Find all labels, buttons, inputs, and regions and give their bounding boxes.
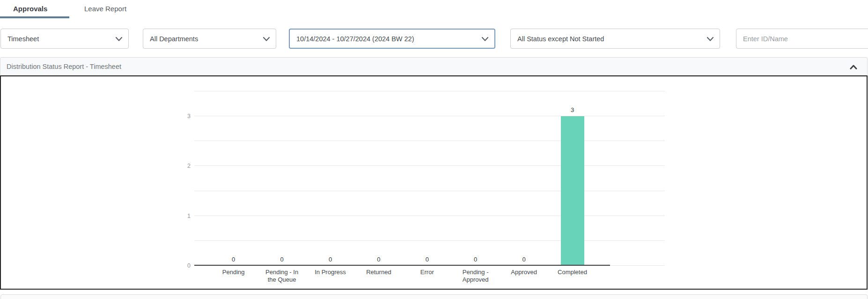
gridline <box>194 165 665 166</box>
report-panel-header[interactable]: Distribution Status Report - Timesheet <box>0 57 868 75</box>
filter-row: Timesheet All Departments 10/14/2024 - 1… <box>0 29 868 49</box>
pay-period-dropdown[interactable]: 10/14/2024 - 10/27/2024 (2024 BW 22) <box>289 29 495 49</box>
tab-leave-report[interactable]: Leave Report <box>84 2 126 15</box>
gridline <box>194 116 665 116</box>
id-name-search-input[interactable] <box>736 29 868 49</box>
value-label: 0 <box>514 256 534 263</box>
gridline <box>194 141 665 141</box>
value-label: 0 <box>223 256 244 263</box>
y-tick-label: 3 <box>173 112 191 120</box>
next-panel-partial <box>0 294 868 299</box>
gridline <box>194 240 665 241</box>
category-dropdown-value: Timesheet <box>7 35 39 43</box>
category-label: Completed <box>548 269 596 276</box>
category-label: Pending - Approved <box>451 269 500 283</box>
distribution-status-chart-panel: 01230Pending0Pending - In the Queue0In P… <box>0 75 868 290</box>
category-label: Error <box>403 269 451 276</box>
y-tick-label: 0 <box>173 262 191 269</box>
value-label: 0 <box>272 256 292 263</box>
collapse-panel-button[interactable] <box>848 62 859 72</box>
tab-approvals-label: Approvals <box>13 5 47 13</box>
y-tick-label: 2 <box>173 162 191 170</box>
chevron-down-icon <box>263 37 270 41</box>
report-panel-title: Distribution Status Report - Timesheet <box>7 63 121 70</box>
value-label: 0 <box>368 256 389 263</box>
category-label: Approved <box>500 269 548 276</box>
tab-approvals[interactable]: Approvals <box>13 2 47 15</box>
tab-bar: Approvals Leave Report <box>0 0 868 21</box>
status-dropdown[interactable]: All Status except Not Started <box>510 29 720 49</box>
category-label: In Progress <box>306 269 354 276</box>
x-axis-line <box>194 265 610 266</box>
category-dropdown[interactable]: Timesheet <box>0 29 129 49</box>
value-label: 3 <box>562 106 583 113</box>
category-label: Pending <box>209 269 257 276</box>
chevron-down-icon <box>707 37 714 41</box>
value-label: 0 <box>465 256 486 263</box>
bar[interactable] <box>561 116 584 265</box>
value-label: 0 <box>417 256 437 263</box>
chevron-down-icon <box>482 37 488 41</box>
category-label: Pending - In the Queue <box>257 269 306 283</box>
gridline <box>194 91 665 91</box>
gridline <box>194 216 665 216</box>
chevron-up-icon <box>850 64 857 71</box>
chevron-down-icon <box>116 37 122 41</box>
category-label: Returned <box>354 269 403 276</box>
gridline <box>194 191 665 191</box>
y-tick-label: 1 <box>173 212 191 220</box>
tab-leave-report-label: Leave Report <box>84 5 126 13</box>
value-label: 0 <box>320 256 341 263</box>
department-dropdown[interactable]: All Departments <box>143 29 276 49</box>
status-dropdown-value: All Status except Not Started <box>517 35 604 43</box>
bar-chart-plot-area: 01230Pending0Pending - In the Queue0In P… <box>194 91 665 266</box>
department-dropdown-value: All Departments <box>150 35 198 43</box>
active-tab-underline <box>0 16 69 18</box>
pay-period-dropdown-value: 10/14/2024 - 10/27/2024 (2024 BW 22) <box>296 35 414 43</box>
